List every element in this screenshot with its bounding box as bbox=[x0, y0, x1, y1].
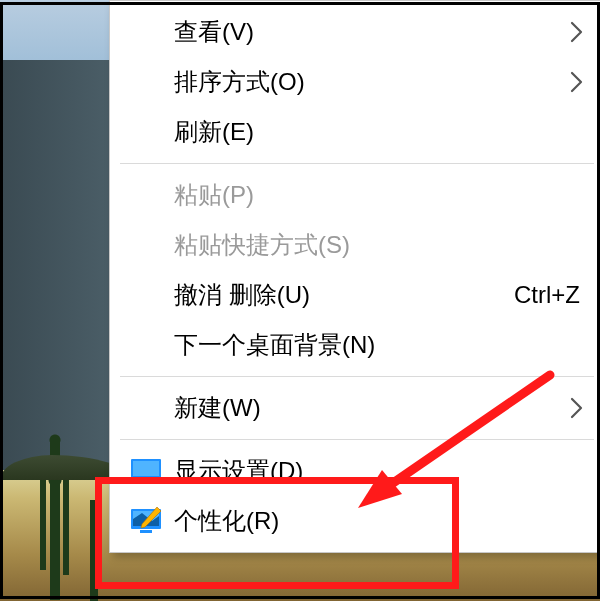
menu-item-paste-shortcut: 粘贴快捷方式(S) bbox=[112, 220, 600, 270]
menu-item-shortcut: Ctrl+Z bbox=[514, 281, 580, 309]
menu-separator bbox=[120, 376, 594, 377]
menu-item-label: 排序方式(O) bbox=[174, 66, 305, 98]
menu-item-label: 显示设置(D) bbox=[174, 455, 303, 487]
menu-item-next-background[interactable]: 下一个桌面背景(N) bbox=[112, 320, 600, 370]
monitor-icon bbox=[130, 457, 162, 485]
menu-item-label: 粘贴(P) bbox=[174, 179, 254, 211]
personalize-icon bbox=[130, 507, 162, 535]
menu-item-label: 查看(V) bbox=[174, 16, 254, 48]
menu-item-refresh[interactable]: 刷新(E) bbox=[112, 107, 600, 157]
menu-item-label: 粘贴快捷方式(S) bbox=[174, 229, 350, 261]
menu-item-paste: 粘贴(P) bbox=[112, 170, 600, 220]
menu-item-sort[interactable]: 排序方式(O) bbox=[112, 57, 600, 107]
menu-item-label: 新建(W) bbox=[174, 392, 261, 424]
menu-item-personalize[interactable]: 个性化(R) bbox=[112, 496, 600, 546]
menu-item-new[interactable]: 新建(W) bbox=[112, 383, 600, 433]
menu-item-label: 个性化(R) bbox=[174, 505, 279, 537]
menu-item-label: 下一个桌面背景(N) bbox=[174, 329, 375, 361]
svg-rect-6 bbox=[140, 530, 152, 533]
chevron-right-icon bbox=[570, 397, 584, 419]
chevron-right-icon bbox=[570, 71, 584, 93]
menu-item-label: 刷新(E) bbox=[174, 116, 254, 148]
menu-separator bbox=[120, 439, 594, 440]
svg-rect-1 bbox=[133, 461, 159, 476]
svg-rect-2 bbox=[140, 480, 152, 483]
menu-item-display-settings[interactable]: 显示设置(D) bbox=[112, 446, 600, 496]
menu-item-undo[interactable]: 撤消 删除(U) Ctrl+Z bbox=[112, 270, 600, 320]
menu-item-view[interactable]: 查看(V) bbox=[112, 7, 600, 57]
menu-separator bbox=[120, 163, 594, 164]
menu-item-label: 撤消 删除(U) bbox=[174, 279, 310, 311]
chevron-right-icon bbox=[570, 21, 584, 43]
desktop-context-menu: 查看(V) 排序方式(O) 刷新(E) 粘贴(P) 粘贴快捷方式(S) 撤消 删… bbox=[109, 0, 600, 553]
